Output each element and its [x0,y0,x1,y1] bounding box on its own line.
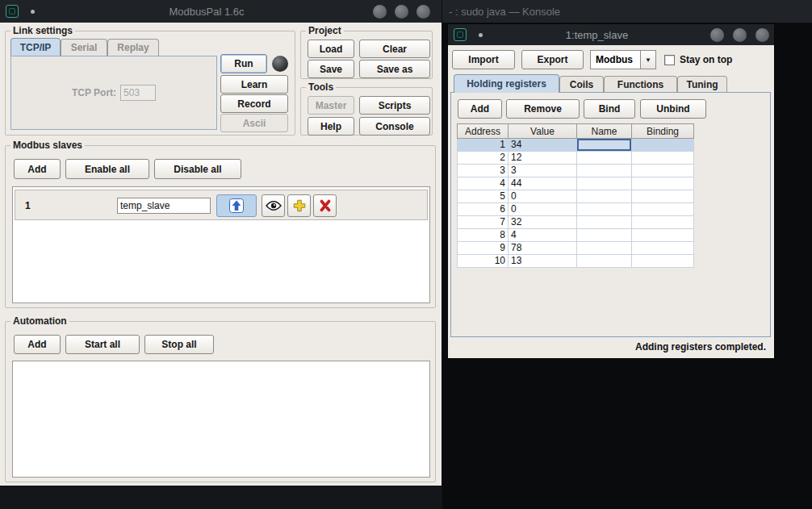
cell-value[interactable]: 0 [509,190,577,203]
register-row[interactable]: 3 3 [458,165,694,177]
register-row[interactable]: 8 4 [458,229,694,242]
add-automation-binding-button[interactable] [287,194,311,217]
cell-binding[interactable] [632,242,694,255]
cell-value[interactable]: 0 [509,203,577,216]
add-register-button[interactable]: Add [458,99,502,119]
delete-slave-button[interactable] [313,194,337,217]
cell-value[interactable]: 32 [509,216,577,229]
registers-table[interactable]: Address Value Name Binding 1 34 2 [457,123,694,268]
cell-name[interactable] [577,190,632,203]
cell-name[interactable] [577,203,632,216]
clear-button[interactable]: Clear [359,40,430,58]
tab-tuning[interactable]: Tuning [677,76,727,93]
cell-name[interactable] [577,216,632,229]
cell-value[interactable]: 12 [509,152,577,165]
cell-name[interactable] [577,255,632,268]
unbind-button[interactable]: Unbind [640,99,706,119]
cell-address[interactable]: 1 [458,139,509,152]
tab-functions[interactable]: Functions [604,76,677,93]
cell-value[interactable]: 3 [509,165,577,177]
register-row[interactable]: 4 44 [458,177,694,190]
start-all-button[interactable]: Start all [65,335,140,354]
save-as-button[interactable]: Save as [359,60,430,78]
column-header-binding[interactable]: Binding [632,124,694,139]
close-button[interactable] [416,5,430,19]
cell-value[interactable]: 78 [509,242,577,255]
cell-address[interactable]: 5 [458,190,509,203]
remove-register-button[interactable]: Remove [506,99,580,119]
register-row[interactable]: 9 78 [458,242,694,255]
disable-all-button[interactable]: Disable all [154,159,241,179]
scripts-button[interactable]: Scripts [359,96,430,115]
column-header-address[interactable]: Address [458,124,509,139]
cell-binding[interactable] [632,152,694,165]
enable-all-button[interactable]: Enable all [65,159,149,179]
tcp-port-input[interactable] [120,85,156,101]
enable-slave-button[interactable] [216,194,257,217]
maximize-button[interactable] [733,28,747,42]
help-button[interactable]: Help [308,117,354,136]
load-button[interactable]: Load [308,40,354,58]
cell-address[interactable]: 10 [458,255,509,268]
cell-binding[interactable] [632,139,694,152]
tab-replay[interactable]: Replay [107,39,159,56]
bind-button[interactable]: Bind [584,99,635,119]
cell-address[interactable]: 3 [458,165,509,177]
ascii-button[interactable]: Ascii [220,114,288,132]
show-slave-button[interactable] [262,194,285,217]
import-button[interactable]: Import [452,50,515,69]
stay-on-top-checkbox[interactable] [664,55,675,65]
register-row[interactable]: 6 0 [458,203,694,216]
export-button[interactable]: Export [521,50,584,69]
minimize-button[interactable] [710,28,724,42]
run-button[interactable]: Run [220,54,267,73]
chevron-down-icon[interactable]: ▼ [640,50,656,69]
cell-name[interactable] [577,165,632,177]
cell-binding[interactable] [632,177,694,190]
tab-coils[interactable]: Coils [559,76,604,93]
tab-serial[interactable]: Serial [61,39,107,56]
cell-name[interactable] [577,229,632,242]
column-header-value[interactable]: Value [509,124,577,139]
cell-binding[interactable] [632,216,694,229]
add-slave-button[interactable]: Add [14,159,61,179]
cell-binding[interactable] [632,203,694,216]
register-row[interactable]: 10 13 [458,255,694,268]
console-button[interactable]: Console [359,117,430,136]
cell-address[interactable]: 6 [458,203,509,216]
register-row[interactable]: 5 0 [458,190,694,203]
main-titlebar[interactable]: ModbusPal 1.6c [0,0,442,23]
cell-value[interactable]: 4 [509,229,577,242]
register-row[interactable]: 2 12 [458,152,694,165]
slave-titlebar[interactable]: 1:temp_slave [448,24,774,45]
slave-name-input[interactable] [117,198,211,214]
record-button[interactable]: Record [220,94,288,113]
tab-holding-registers[interactable]: Holding registers [454,74,559,93]
stop-all-button[interactable]: Stop all [144,335,214,354]
cell-address[interactable]: 4 [458,177,509,190]
cell-binding[interactable] [632,190,694,203]
cell-address[interactable]: 8 [458,229,509,242]
cell-value[interactable]: 34 [509,139,577,152]
add-automation-button[interactable]: Add [14,335,61,354]
cell-name[interactable] [577,177,632,190]
learn-button[interactable]: Learn [220,75,288,94]
cell-binding[interactable] [632,255,694,268]
tab-tcpip[interactable]: TCP/IP [10,38,61,56]
cell-address[interactable]: 7 [458,216,509,229]
cell-binding[interactable] [632,165,694,177]
register-row[interactable]: 7 32 [458,216,694,229]
cell-address[interactable]: 2 [458,152,509,165]
modbus-combobox[interactable]: Modbus ▼ [590,50,656,69]
cell-value[interactable]: 13 [509,255,577,268]
column-header-name[interactable]: Name [577,124,632,139]
close-button[interactable] [755,28,769,42]
cell-name[interactable] [577,242,632,255]
cell-value[interactable]: 44 [509,177,577,190]
cell-name[interactable] [577,152,632,165]
master-button[interactable]: Master [308,96,354,115]
save-button[interactable]: Save [308,60,354,78]
maximize-button[interactable] [395,5,408,19]
cell-address[interactable]: 9 [458,242,509,255]
cell-binding[interactable] [632,229,694,242]
